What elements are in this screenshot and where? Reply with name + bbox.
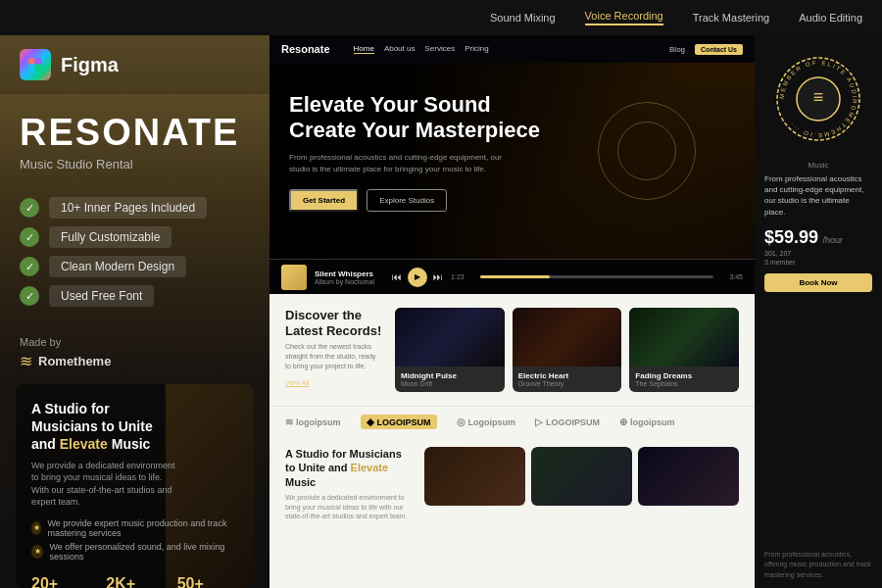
player-track-name: Silent Whispers	[315, 270, 374, 278]
feature-item-4: ✓ Used Free Font	[20, 285, 250, 307]
site-nav-contact[interactable]: Contact Us	[695, 44, 743, 55]
player-prev-icon[interactable]: ⏮	[392, 271, 402, 282]
hero-explore-studios-button[interactable]: Explore Studios	[367, 189, 447, 212]
price-meta-2: 3 member	[764, 259, 872, 266]
records-grid: Midnight Pulse Moon Drift Electric Heart…	[395, 308, 739, 392]
player-thumbnail	[281, 265, 307, 290]
logo-icon-5: ⊕	[619, 416, 627, 427]
player-progress-fill	[480, 275, 551, 278]
feature-label-4: Used Free Font	[49, 285, 154, 307]
stat-expertise-value: 20+	[31, 575, 86, 588]
figma-label: Figma	[61, 54, 119, 76]
records-section: Discover the Latest Records! Check out t…	[270, 294, 755, 406]
studio-card-feature-1: ★ We provide expert music production and…	[31, 518, 238, 538]
feature-label-2: Fully Customizable	[49, 226, 172, 248]
site-nav-about[interactable]: About us	[384, 44, 416, 54]
hero-buttons: Get Started Explore Studios	[289, 189, 735, 212]
studio-img-1	[424, 447, 525, 578]
hero-title: Elevate Your Sound Create Your Masterpie…	[289, 92, 564, 144]
bottom-studio-images	[424, 447, 739, 578]
studio-img-inner-2	[531, 447, 632, 506]
right-preview-area: Resonate Home About us Services Pricing …	[270, 35, 882, 588]
rometheme-icon: ≋	[20, 352, 32, 370]
feature-label-1: 10+ Inner Pages Included	[49, 197, 207, 219]
studio-card-feature-text-1: We provide expert music production and t…	[47, 518, 238, 538]
price-value: $59.99	[764, 227, 818, 247]
studio-card-features: ★ We provide expert music production and…	[31, 518, 238, 562]
record-card-3: Fading Dreams The Sephians	[629, 308, 739, 392]
logo-item-4: ▷ LOGOIPSUM	[535, 416, 600, 427]
bottom-studio-text: A Studio for Musicians to Unite and Elev…	[285, 447, 413, 578]
brand-title: RESONATE	[20, 114, 250, 151]
player-time-current: 1:23	[451, 273, 465, 280]
player-artist-name: Album by Nocturnal	[315, 278, 374, 285]
record-card-artist-1: Moon Drift	[401, 380, 499, 387]
record-card-img-1	[395, 308, 505, 367]
right-panel-bottom-text: From professional acoustics, offering mu…	[764, 551, 871, 578]
logo-icon-4: ▷	[535, 416, 543, 427]
book-now-button[interactable]: Book Now	[764, 273, 872, 292]
topbar-sound-mixing[interactable]: Sound Mixing	[490, 12, 556, 24]
svg-point-3	[34, 64, 42, 72]
right-panel-music-label: Music	[764, 161, 872, 170]
logo-item-1: ≋ logoipsum	[285, 416, 341, 427]
record-card-1: Midnight Pulse Moon Drift	[395, 308, 505, 392]
logos-section: ≋ logoipsum ◆ LOGOIPSUM ◎ Logoipsum ▷ LO…	[270, 406, 755, 437]
record-card-name-1: Midnight Pulse	[401, 371, 499, 380]
player-play-button[interactable]: ▶	[408, 268, 427, 287]
studio-card-feature-text-2: We offer personalized sound, and live mi…	[49, 542, 238, 562]
main-row: Figma RESONATE Music Studio Rental ✓ 10+…	[0, 35, 882, 588]
studio-card-feature-2: ★ We offer personalized sound, and live …	[31, 542, 238, 562]
records-view-all-link[interactable]: View All	[285, 379, 383, 386]
logo-item-3: ◎ Logoipsum	[457, 416, 516, 427]
top-bar: Sound Mixing Voice Recording Track Maste…	[0, 0, 882, 35]
studio-card: A Studio for Musicians to Unite and Elev…	[16, 384, 254, 588]
bottom-studio-section: A Studio for Musicians to Unite and Elev…	[270, 437, 755, 588]
feature-item-1: ✓ 10+ Inner Pages Included	[20, 197, 250, 219]
brand-subtitle: Music Studio Rental	[20, 157, 250, 172]
topbar-track-mastering[interactable]: Track Mastering	[693, 12, 769, 24]
stat-tracks-value: 2K+	[106, 575, 157, 588]
player-time-total: 3:45	[729, 273, 743, 280]
left-sidebar: Figma RESONATE Music Studio Rental ✓ 10+…	[0, 35, 270, 588]
hero-get-started-button[interactable]: Get Started	[289, 189, 359, 212]
stat-expertise: 20+ Years of Expertise	[31, 575, 86, 588]
topbar-audio-editing[interactable]: Audio Editing	[799, 12, 862, 24]
player-next-icon[interactable]: ⏭	[433, 271, 443, 282]
player-progress-bar[interactable]	[480, 275, 714, 278]
record-card-2: Electric Heart Groove Theory	[513, 308, 622, 392]
site-nav-blog[interactable]: Blog	[669, 45, 685, 54]
logo-icon-1: ≋	[285, 416, 293, 427]
features-section: ✓ 10+ Inner Pages Included ✓ Fully Custo…	[0, 181, 270, 322]
records-desc: Check out the newest tracks straight fro…	[285, 342, 383, 370]
site-nav-home[interactable]: Home	[354, 44, 374, 54]
logo-label-3: Logoipsum	[468, 417, 516, 427]
bottom-studio-title: A Studio for Musicians to Unite and Elev…	[285, 447, 413, 489]
record-card-name-2: Electric Heart	[518, 371, 616, 380]
record-card-img-2	[513, 308, 622, 367]
bottom-studio-desc: We provide a dedicated environment to br…	[285, 493, 413, 521]
stats-row: 20+ Years of Expertise 2K+ Tracks Produc…	[31, 575, 238, 588]
rometheme-brand: ≋ Rometheme	[20, 352, 250, 370]
feature-label-3: Clean Modern Design	[49, 256, 186, 277]
logo-label-4: LOGOIPSUM	[546, 417, 600, 427]
site-nav-services[interactable]: Services	[424, 44, 455, 54]
feature-item-2: ✓ Fully Customizable	[20, 226, 250, 248]
site-nav-pricing[interactable]: Pricing	[465, 44, 488, 54]
logo-label-1: logoipsum	[296, 417, 341, 427]
site-logo: Resonate	[281, 43, 330, 55]
circular-badge: MEMBER OF ELITE AUDIO ROMETHEME.IO ··· ≡	[774, 55, 862, 143]
records-heading: Discover the Latest Records! Check out t…	[285, 308, 383, 392]
site-nav: Resonate Home About us Services Pricing …	[270, 35, 755, 63]
record-card-artist-3: The Sephians	[635, 380, 733, 387]
studio-img-inner-1	[424, 447, 525, 506]
stat-collabs: 50+ Artist Collaborations	[177, 575, 238, 588]
feature-bullet-icon-1: ★	[31, 521, 41, 535]
site-nav-right: Blog Contact Us	[669, 44, 743, 55]
site-nav-links: Home About us Services Pricing	[354, 44, 489, 54]
record-card-img-3	[629, 308, 739, 367]
figma-logo-icon	[20, 49, 51, 80]
hero-content: Elevate Your Sound Create Your Masterpie…	[270, 63, 755, 241]
topbar-voice-recording[interactable]: Voice Recording	[585, 10, 663, 25]
logo-item-5: ⊕ logoipsum	[619, 416, 675, 427]
